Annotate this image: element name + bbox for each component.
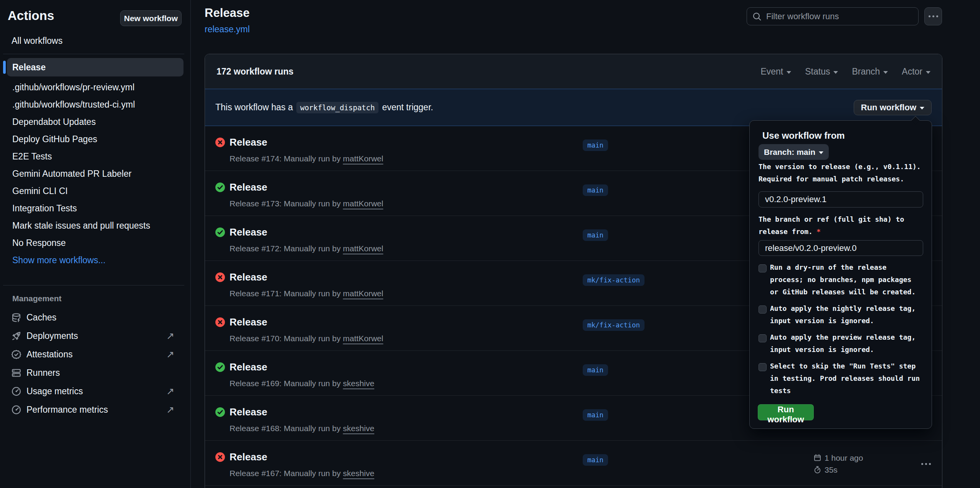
sidebar-item-workflow[interactable]: No Response [0,234,190,252]
run-title-link[interactable]: Release [230,136,267,148]
kebab-icon [929,15,938,17]
workflow-options-button[interactable] [924,7,942,25]
sidebar-item-release[interactable]: Release [7,58,183,76]
failure-status-icon [215,317,225,327]
ref-input[interactable] [759,240,923,256]
run-title-link[interactable]: Release [230,316,267,328]
sidebar-divider [3,285,184,285]
sidebar-item-caches[interactable]: Caches [0,308,190,327]
branch-label[interactable]: main [583,409,608,421]
checkbox[interactable] [759,264,767,272]
run-workflow-panel: Use workflow from Branch: main The versi… [749,120,932,429]
external-link-icon: ↗ [166,387,174,396]
branch-label[interactable]: main [583,229,608,241]
checkbox[interactable] [759,305,767,314]
sidebar-item-label: Attestations [26,349,73,360]
event-code-chip: workflow_dispatch [296,102,378,113]
run-meta: 1 hour ago 35s [814,452,863,476]
actor-link[interactable]: skeshive [343,379,374,388]
run-title-link[interactable]: Release [230,406,267,418]
chevron-down-icon [819,151,823,154]
failure-status-icon [215,452,225,462]
sidebar-item-workflow[interactable]: .github/workflows/trusted-ci.yml [0,96,190,113]
version-input[interactable] [759,191,923,207]
run-title-link[interactable]: Release [230,181,267,193]
chevron-down-icon [883,71,888,74]
actor-link[interactable]: mattKorwel [343,244,383,253]
checkbox[interactable] [759,334,767,342]
sidebar-item-workflow[interactable]: Gemini CLI CI [0,183,190,200]
sidebar-item-runners[interactable]: Runners [0,364,190,382]
workflow-run-row: Release Release #167: Manually run by sk… [205,441,942,486]
sidebar-item-workflow[interactable]: Mark stale issues and pull requests [0,217,190,234]
run-description: Release #172: Manually run by mattKorwel [230,244,383,253]
branch-selector-button[interactable]: Branch: main [759,144,829,160]
sidebar-item-workflow[interactable]: Dependabot Updates [0,113,190,131]
sidebar-item-label: Release [12,62,46,73]
workflow-file-link[interactable]: release.yml [205,24,250,35]
workflow-list: .github/workflows/pr-review.yml .github/… [0,79,190,269]
success-status-icon [215,407,225,417]
server-icon [12,368,21,378]
sidebar-item-attestations[interactable]: Attestations ↗ [0,345,190,364]
actor-link[interactable]: skeshive [343,469,374,478]
actor-link[interactable]: mattKorwel [343,154,383,163]
sidebar-item-deployments[interactable]: Deployments ↗ [0,327,190,345]
filter-branch-dropdown[interactable]: Branch [852,66,888,77]
checkbox[interactable] [759,363,767,371]
new-workflow-button[interactable]: New workflow [120,10,182,26]
sidebar-item-workflow[interactable]: .github/workflows/pr-review.yml [0,79,190,96]
show-more-workflows-link[interactable]: Show more workflows... [0,252,190,269]
run-description: Release #174: Manually run by mattKorwel [230,154,383,163]
filter-actor-dropdown[interactable]: Actor [902,66,930,77]
sidebar-item-workflow[interactable]: Integration Tests [0,200,190,217]
actor-link[interactable]: mattKorwel [343,199,383,208]
cache-icon [12,313,21,322]
filter-event-dropdown[interactable]: Event [760,66,791,77]
sidebar-item-workflow[interactable]: E2E Tests [0,148,190,165]
actor-link[interactable]: mattKorwel [343,289,383,298]
sidebar-item-usage-metrics[interactable]: Usage metrics ↗ [0,382,190,400]
search-icon [752,12,762,21]
banner-text: This workflow has a [215,102,293,113]
panel-heading: Use workflow from [762,130,845,141]
success-status-icon [215,362,225,372]
banner-text: event trigger. [382,102,433,113]
filter-status-dropdown[interactable]: Status [805,66,838,77]
sidebar-item-label: Deployments [26,331,78,341]
sidebar-item-all-workflows[interactable]: All workflows [12,36,63,46]
actor-link[interactable]: mattKorwel [343,334,383,343]
branch-label[interactable]: main [583,364,608,376]
chevron-down-icon [926,71,930,74]
branch-label[interactable]: mk/fix-action [583,274,645,286]
run-title-link[interactable]: Release [230,451,267,463]
sidebar-item-workflow[interactable]: Gemini Automated PR Labeler [0,165,190,183]
branch-label[interactable]: main [583,454,608,466]
sidebar-item-performance-metrics[interactable]: Performance metrics ↗ [0,400,190,419]
calendar-icon [814,454,821,461]
external-link-icon: ↗ [166,405,174,415]
nightly-tag-checkbox-field: Auto apply the nightly release tag, inpu… [759,302,916,327]
branch-label[interactable]: main [583,184,608,196]
run-options-kebab-icon[interactable] [917,459,934,468]
search-input[interactable] [766,12,904,22]
management-heading: Management [12,294,61,303]
run-workflow-dropdown-button[interactable]: Run workflow [854,100,932,115]
sidebar-item-label: Performance metrics [26,405,108,415]
filter-workflow-runs-field[interactable] [747,7,919,25]
run-title-link[interactable]: Release [230,361,267,373]
run-title-link[interactable]: Release [230,226,267,238]
success-status-icon [215,183,225,192]
preview-tag-checkbox-field: Auto apply the preview release tag, inpu… [759,331,916,356]
actor-link[interactable]: skeshive [343,424,374,433]
branch-label[interactable]: main [583,139,608,151]
run-workflow-submit-button[interactable]: Run workflow [758,404,814,420]
branch-label[interactable]: mk/fix-action [583,319,645,331]
runs-card-header: 172 workflow runs Event Status Branch Ac… [205,54,942,89]
chevron-down-icon [920,107,924,110]
ref-help-text: The branch or ref (full git sha) to rele… [759,213,904,238]
sidebar-item-workflow[interactable]: Deploy GitHub Pages [0,131,190,148]
failure-status-icon [215,138,225,147]
run-duration: 35s [825,465,838,475]
run-title-link[interactable]: Release [230,271,267,283]
